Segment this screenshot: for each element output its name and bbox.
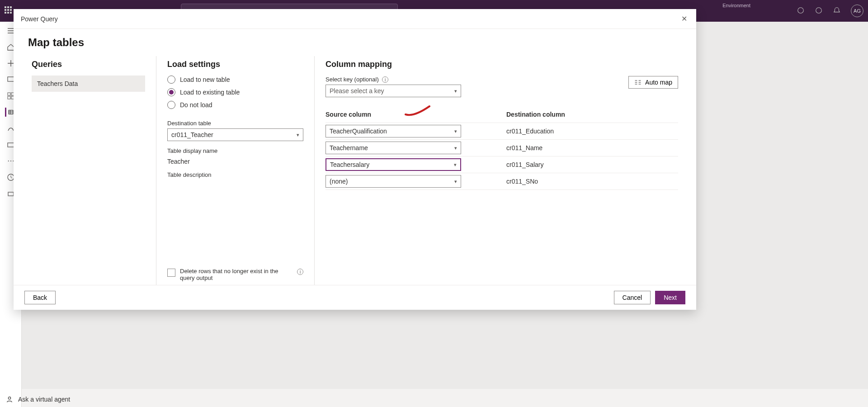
svg-point-0 — [798, 8, 804, 14]
svg-rect-2 — [8, 77, 14, 81]
modal-footer: Back Cancel Next — [14, 285, 696, 310]
svg-rect-5 — [8, 96, 10, 99]
close-icon[interactable]: ✕ — [679, 13, 689, 25]
help-icon[interactable] — [815, 6, 823, 14]
radio-icon — [167, 101, 175, 109]
info-icon[interactable]: i — [382, 76, 388, 83]
modal-titlebar: Power Query ✕ — [14, 9, 696, 29]
select-key-label: Select key (optional) i — [326, 76, 461, 83]
radio-load-new[interactable]: Load to new table — [167, 76, 303, 84]
mapping-row: TeacherQualification▾cr011_Education — [326, 123, 678, 139]
chevron-down-icon: ▾ — [454, 162, 457, 168]
chat-icon — [5, 395, 14, 403]
svg-rect-7 — [9, 110, 13, 114]
select-value: cr011_Teacher — [171, 131, 213, 138]
automap-icon — [634, 79, 642, 85]
select-value: Teachersalary — [330, 161, 369, 168]
destination-column-value: cr011_Salary — [461, 161, 678, 168]
settings-icon[interactable] — [797, 6, 805, 14]
svg-rect-8 — [8, 143, 14, 147]
environment-label[interactable]: Environment — [722, 3, 750, 8]
virtual-agent-label: Ask a virtual agent — [18, 396, 70, 403]
load-settings-panel: Load settings Load to new table Load to … — [156, 56, 315, 285]
source-column-select[interactable]: (none)▾ — [326, 175, 461, 188]
next-button[interactable]: Next — [655, 291, 685, 304]
checkbox-icon — [167, 269, 175, 277]
radio-label: Load to new table — [180, 76, 230, 83]
table-display-name-value: Teacher — [167, 158, 303, 165]
mapping-row: (none)▾cr011_SNo — [326, 173, 678, 190]
radio-icon — [167, 76, 175, 84]
virtual-agent-link[interactable]: Ask a virtual agent — [5, 395, 70, 403]
modal-title-text: Power Query — [21, 15, 58, 23]
radio-icon — [167, 88, 175, 96]
table-description-label: Table description — [167, 171, 303, 178]
destination-table-select[interactable]: cr011_Teacher ▾ — [167, 128, 303, 141]
radio-label: Load to existing table — [180, 89, 240, 96]
chevron-down-icon: ▾ — [454, 88, 457, 94]
mapping-row: Teachersalary▾cr011_Salary — [326, 156, 678, 173]
source-column-select[interactable]: TeacherQualification▾ — [326, 125, 461, 137]
mapping-row: Teachername▾cr011_Name — [326, 139, 678, 156]
source-column-select[interactable]: Teachersalary▾ — [326, 158, 461, 171]
destination-column-value: cr011_Name — [461, 144, 678, 151]
table-icon[interactable] — [5, 108, 14, 117]
radio-load-existing[interactable]: Load to existing table — [167, 88, 303, 96]
column-mapping-panel: Column mapping Select key (optional) i P… — [315, 56, 689, 285]
mapping-title: Column mapping — [326, 60, 461, 69]
destination-column-value: cr011_Education — [461, 128, 678, 135]
user-avatar[interactable]: AG — [851, 5, 863, 17]
delete-rows-checkbox[interactable]: Delete rows that no longer exist in the … — [167, 250, 303, 281]
back-button[interactable]: Back — [24, 291, 56, 304]
destination-column-value: cr011_SNo — [461, 178, 678, 185]
notification-icon[interactable] — [833, 6, 841, 14]
queries-panel: Queries Teachers Data — [21, 56, 156, 285]
destination-column-header: Destination column — [506, 111, 678, 118]
select-key-dropdown[interactable]: Please select a key ▾ — [326, 85, 461, 97]
annotation-swoosh — [405, 104, 432, 117]
select-value: TeacherQualification — [330, 128, 387, 135]
load-title: Load settings — [167, 60, 303, 69]
info-icon[interactable]: i — [297, 269, 303, 275]
power-query-modal: Power Query ✕ Map tables Queries Teacher… — [14, 9, 696, 310]
checkbox-label: Delete rows that no longer exist in the … — [180, 268, 292, 281]
chevron-down-icon: ▾ — [454, 128, 457, 134]
radio-do-not-load[interactable]: Do not load — [167, 101, 303, 109]
queries-title: Queries — [32, 60, 145, 69]
svg-point-11 — [8, 397, 10, 399]
select-placeholder: Please select a key — [330, 87, 384, 95]
page-heading: Map tables — [14, 29, 696, 52]
source-column-select[interactable]: Teachername▾ — [326, 142, 461, 154]
chevron-down-icon: ▾ — [454, 179, 457, 185]
waffle-icon[interactable] — [5, 6, 14, 15]
radio-label: Do not load — [180, 101, 212, 109]
mapping-table: Source column Destination column Teacher… — [326, 111, 678, 190]
table-display-name-label: Table display name — [167, 147, 303, 154]
auto-map-button[interactable]: Auto map — [628, 76, 678, 89]
svg-point-1 — [816, 8, 822, 14]
destination-table-label: Destination table — [167, 120, 303, 127]
chevron-down-icon: ▾ — [454, 145, 457, 151]
chevron-down-icon: ▾ — [297, 132, 299, 138]
automap-label: Auto map — [645, 79, 672, 86]
query-item[interactable]: Teachers Data — [32, 76, 145, 92]
svg-rect-10 — [8, 192, 14, 196]
select-value: (none) — [330, 178, 348, 185]
select-value: Teachername — [330, 144, 368, 151]
svg-rect-3 — [8, 93, 10, 95]
cancel-button[interactable]: Cancel — [614, 291, 651, 304]
